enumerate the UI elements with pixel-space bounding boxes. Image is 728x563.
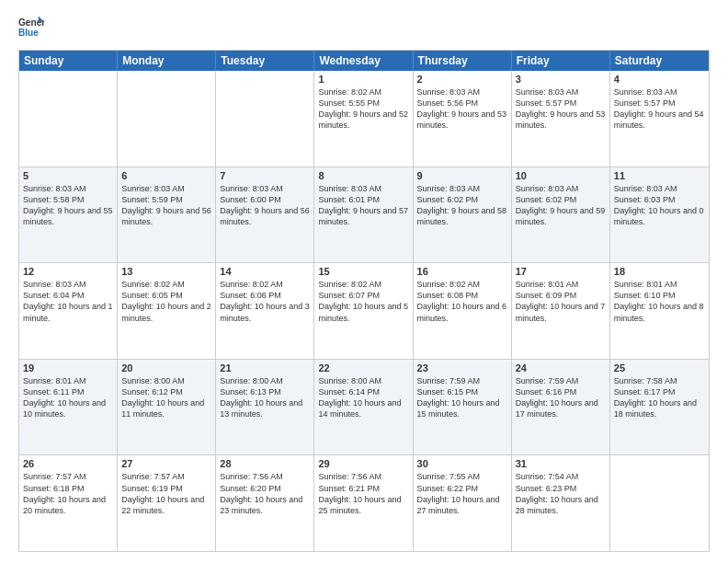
- day-info: Sunrise: 8:00 AM Sunset: 6:12 PM Dayligh…: [121, 375, 211, 420]
- calendar-day-empty: [19, 71, 118, 167]
- svg-text:Blue: Blue: [18, 28, 39, 38]
- calendar-day-6: 6Sunrise: 8:03 AM Sunset: 5:59 PM Daylig…: [118, 167, 216, 263]
- day-number: 5: [23, 170, 113, 181]
- day-number: 3: [516, 74, 606, 85]
- day-number: 16: [417, 266, 507, 277]
- day-info: Sunrise: 8:03 AM Sunset: 6:02 PM Dayligh…: [516, 183, 606, 228]
- day-info: Sunrise: 8:02 AM Sunset: 6:05 PM Dayligh…: [121, 279, 211, 324]
- calendar-body: 1Sunrise: 8:02 AM Sunset: 5:55 PM Daylig…: [19, 71, 709, 551]
- day-number: 22: [318, 362, 408, 373]
- day-number: 17: [516, 266, 606, 277]
- calendar-day-empty: [118, 71, 216, 167]
- day-info: Sunrise: 8:03 AM Sunset: 6:00 PM Dayligh…: [220, 183, 310, 228]
- calendar-day-30: 30Sunrise: 7:55 AM Sunset: 6:22 PM Dayli…: [414, 455, 512, 551]
- calendar-day-21: 21Sunrise: 8:00 AM Sunset: 6:13 PM Dayli…: [216, 360, 314, 455]
- header-day-thursday: Thursday: [414, 51, 512, 71]
- day-info: Sunrise: 8:00 AM Sunset: 6:14 PM Dayligh…: [318, 375, 408, 420]
- calendar-week-5: 26Sunrise: 7:57 AM Sunset: 6:18 PM Dayli…: [19, 454, 709, 551]
- calendar-day-22: 22Sunrise: 8:00 AM Sunset: 6:14 PM Dayli…: [314, 360, 413, 455]
- header-day-sunday: Sunday: [19, 51, 118, 71]
- calendar-day-28: 28Sunrise: 7:56 AM Sunset: 6:20 PM Dayli…: [216, 455, 314, 551]
- day-number: 4: [614, 74, 705, 85]
- day-info: Sunrise: 7:56 AM Sunset: 6:21 PM Dayligh…: [318, 471, 408, 516]
- calendar-week-3: 12Sunrise: 8:03 AM Sunset: 6:04 PM Dayli…: [19, 262, 709, 359]
- day-number: 10: [516, 170, 606, 181]
- day-number: 26: [23, 458, 113, 469]
- page: General Blue SundayMondayTuesdayWednesda…: [0, 0, 728, 563]
- calendar-day-11: 11Sunrise: 8:03 AM Sunset: 6:03 PM Dayli…: [610, 167, 709, 263]
- calendar-day-27: 27Sunrise: 7:57 AM Sunset: 6:19 PM Dayli…: [118, 455, 216, 551]
- header-day-friday: Friday: [512, 51, 610, 71]
- header-day-saturday: Saturday: [610, 51, 709, 71]
- day-number: 12: [23, 266, 113, 277]
- logo-icon: General Blue: [18, 15, 44, 40]
- day-number: 18: [614, 266, 705, 277]
- day-info: Sunrise: 7:56 AM Sunset: 6:20 PM Dayligh…: [220, 471, 310, 516]
- day-info: Sunrise: 7:59 AM Sunset: 6:15 PM Dayligh…: [417, 375, 507, 420]
- calendar-day-12: 12Sunrise: 8:03 AM Sunset: 6:04 PM Dayli…: [19, 263, 118, 359]
- day-number: 2: [417, 74, 507, 85]
- calendar-header-row: SundayMondayTuesdayWednesdayThursdayFrid…: [19, 51, 709, 71]
- day-number: 1: [318, 74, 408, 85]
- calendar-day-7: 7Sunrise: 8:03 AM Sunset: 6:00 PM Daylig…: [216, 167, 314, 263]
- calendar-day-3: 3Sunrise: 8:03 AM Sunset: 5:57 PM Daylig…: [512, 71, 610, 167]
- day-info: Sunrise: 8:02 AM Sunset: 6:08 PM Dayligh…: [417, 279, 507, 324]
- header-day-tuesday: Tuesday: [216, 51, 314, 71]
- calendar-day-24: 24Sunrise: 7:59 AM Sunset: 6:16 PM Dayli…: [512, 360, 610, 455]
- day-number: 30: [417, 458, 507, 469]
- calendar-day-10: 10Sunrise: 8:03 AM Sunset: 6:02 PM Dayli…: [512, 167, 610, 263]
- calendar-day-17: 17Sunrise: 8:01 AM Sunset: 6:09 PM Dayli…: [512, 263, 610, 359]
- day-info: Sunrise: 7:57 AM Sunset: 6:19 PM Dayligh…: [121, 471, 211, 516]
- logo: General Blue: [18, 15, 44, 40]
- calendar-day-20: 20Sunrise: 8:00 AM Sunset: 6:12 PM Dayli…: [118, 360, 216, 455]
- day-number: 21: [220, 362, 310, 373]
- calendar-week-2: 5Sunrise: 8:03 AM Sunset: 5:58 PM Daylig…: [19, 167, 709, 263]
- calendar-day-23: 23Sunrise: 7:59 AM Sunset: 6:15 PM Dayli…: [414, 360, 512, 455]
- day-info: Sunrise: 7:54 AM Sunset: 6:23 PM Dayligh…: [516, 471, 606, 516]
- calendar-day-18: 18Sunrise: 8:01 AM Sunset: 6:10 PM Dayli…: [610, 263, 709, 359]
- day-info: Sunrise: 7:59 AM Sunset: 6:16 PM Dayligh…: [516, 375, 606, 420]
- calendar-day-8: 8Sunrise: 8:03 AM Sunset: 6:01 PM Daylig…: [314, 167, 413, 263]
- day-number: 29: [318, 458, 408, 469]
- day-info: Sunrise: 7:58 AM Sunset: 6:17 PM Dayligh…: [614, 375, 705, 420]
- day-info: Sunrise: 8:03 AM Sunset: 5:57 PM Dayligh…: [614, 86, 705, 132]
- calendar-day-15: 15Sunrise: 8:02 AM Sunset: 6:07 PM Dayli…: [314, 263, 413, 359]
- day-number: 31: [516, 458, 606, 469]
- header: General Blue: [18, 15, 710, 40]
- day-number: 24: [516, 362, 606, 373]
- day-number: 23: [417, 362, 507, 373]
- calendar-day-9: 9Sunrise: 8:03 AM Sunset: 6:02 PM Daylig…: [414, 167, 512, 263]
- day-number: 14: [220, 266, 310, 277]
- day-number: 28: [220, 458, 310, 469]
- header-day-monday: Monday: [118, 51, 216, 71]
- day-info: Sunrise: 8:03 AM Sunset: 5:59 PM Dayligh…: [121, 183, 211, 228]
- day-number: 7: [220, 170, 310, 181]
- day-info: Sunrise: 8:01 AM Sunset: 6:10 PM Dayligh…: [614, 279, 705, 324]
- calendar-day-13: 13Sunrise: 8:02 AM Sunset: 6:05 PM Dayli…: [118, 263, 216, 359]
- calendar-day-2: 2Sunrise: 8:03 AM Sunset: 5:56 PM Daylig…: [414, 71, 512, 167]
- day-info: Sunrise: 8:03 AM Sunset: 6:04 PM Dayligh…: [23, 279, 113, 324]
- day-info: Sunrise: 8:00 AM Sunset: 6:13 PM Dayligh…: [220, 375, 310, 420]
- day-number: 8: [318, 170, 408, 181]
- calendar-day-5: 5Sunrise: 8:03 AM Sunset: 5:58 PM Daylig…: [19, 167, 118, 263]
- day-number: 11: [614, 170, 705, 181]
- calendar-day-31: 31Sunrise: 7:54 AM Sunset: 6:23 PM Dayli…: [512, 455, 610, 551]
- header-day-wednesday: Wednesday: [314, 51, 413, 71]
- day-info: Sunrise: 8:01 AM Sunset: 6:11 PM Dayligh…: [23, 375, 113, 420]
- day-info: Sunrise: 8:03 AM Sunset: 5:57 PM Dayligh…: [516, 86, 606, 132]
- day-info: Sunrise: 8:03 AM Sunset: 6:01 PM Dayligh…: [318, 183, 408, 228]
- day-number: 19: [23, 362, 113, 373]
- calendar-day-25: 25Sunrise: 7:58 AM Sunset: 6:17 PM Dayli…: [610, 360, 709, 455]
- calendar-week-4: 19Sunrise: 8:01 AM Sunset: 6:11 PM Dayli…: [19, 359, 709, 455]
- calendar-day-14: 14Sunrise: 8:02 AM Sunset: 6:06 PM Dayli…: [216, 263, 314, 359]
- day-number: 9: [417, 170, 507, 181]
- day-info: Sunrise: 8:03 AM Sunset: 6:03 PM Dayligh…: [614, 183, 705, 228]
- calendar-day-19: 19Sunrise: 8:01 AM Sunset: 6:11 PM Dayli…: [19, 360, 118, 455]
- calendar-day-4: 4Sunrise: 8:03 AM Sunset: 5:57 PM Daylig…: [610, 71, 709, 167]
- day-number: 20: [121, 362, 211, 373]
- day-info: Sunrise: 8:03 AM Sunset: 6:02 PM Dayligh…: [417, 183, 507, 228]
- day-info: Sunrise: 8:02 AM Sunset: 5:55 PM Dayligh…: [318, 86, 408, 132]
- calendar-day-empty: [610, 455, 709, 551]
- day-info: Sunrise: 7:57 AM Sunset: 6:18 PM Dayligh…: [23, 471, 113, 516]
- day-number: 13: [121, 266, 211, 277]
